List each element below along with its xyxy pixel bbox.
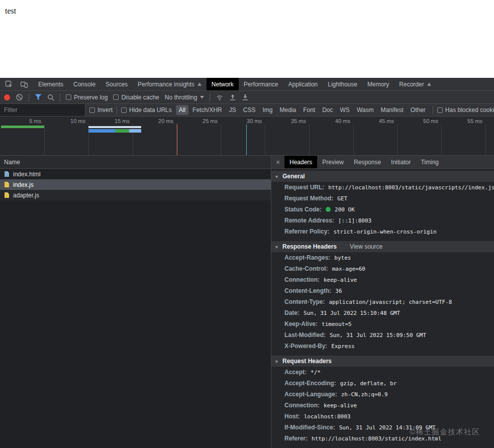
load-event-line — [177, 124, 177, 155]
tab-sources[interactable]: Sources — [101, 78, 133, 90]
column-header-label: Name — [4, 159, 20, 166]
request-name: index.html — [13, 171, 41, 178]
export-har-icon[interactable] — [242, 94, 249, 101]
request-row-adapter-js[interactable]: adapter.js — [0, 190, 271, 200]
timeline-gridline — [44, 124, 45, 155]
filter-chip-all[interactable]: All — [176, 105, 188, 115]
experiment-warning-icon — [427, 82, 431, 86]
time-label: 30 ms — [227, 118, 262, 124]
disclosure-triangle-icon — [275, 174, 281, 179]
header-name: Content-Type: — [284, 298, 325, 305]
headers-pane[interactable]: General Request URL: http://localhost:80… — [271, 169, 494, 448]
record-button[interactable] — [4, 94, 10, 100]
header-entry: Remote Address: [::1]:8003 — [271, 215, 494, 226]
tab-console[interactable]: Console — [68, 78, 101, 90]
toolbar-divider — [29, 93, 29, 101]
has-blocked-cookies-checkbox[interactable]: Has blocked cookies — [437, 106, 494, 114]
header-name: Status Code: — [284, 206, 322, 213]
filter-chip-fetch-xhr[interactable]: Fetch/XHR — [189, 105, 225, 115]
waterfall-bar-script-green — [115, 129, 129, 133]
tab-lighthouse[interactable]: Lighthouse — [323, 78, 362, 90]
tab-elements[interactable]: Elements — [33, 78, 68, 90]
filter-chip-manifest[interactable]: Manifest — [377, 105, 406, 115]
header-entry: Accept-Ranges: bytes — [271, 252, 494, 263]
checkbox-icon — [113, 94, 119, 100]
header-name: Request URL: — [284, 184, 324, 191]
filter-chip-js[interactable]: JS — [226, 105, 239, 115]
request-row-index-html[interactable]: index.html — [0, 169, 271, 179]
header-entry: Last-Modified: Sun, 31 Jul 2022 15:09:50… — [271, 329, 494, 341]
details-tab-headers[interactable]: Headers — [284, 156, 317, 168]
clear-button[interactable] — [16, 93, 23, 101]
filter-chip-wasm[interactable]: Wasm — [354, 105, 377, 115]
tab-label: Lighthouse — [328, 81, 357, 88]
time-label: 10 ms — [50, 118, 85, 124]
header-entry: Connection: keep-alive — [271, 400, 494, 411]
document-file-icon — [4, 171, 10, 177]
header-entry: Accept-Language: zh-CN,zh;q=0.9 — [271, 389, 494, 400]
header-entry: Content-Type: application/javascript; ch… — [271, 296, 494, 307]
header-name: If-Modified-Since: — [284, 424, 335, 431]
search-icon[interactable] — [47, 94, 54, 101]
network-conditions-icon[interactable] — [216, 94, 224, 101]
header-value: GET — [337, 195, 347, 202]
import-har-icon[interactable] — [229, 94, 236, 101]
request-row-index-js[interactable]: index.js — [0, 179, 271, 190]
details-tab-initiator[interactable]: Initiator — [386, 156, 416, 168]
header-entry: Host: localhost:8003 — [271, 411, 494, 422]
filter-chip-img[interactable]: Img — [259, 105, 275, 115]
header-value: */* — [311, 369, 321, 376]
header-entry: Connection: keep-alive — [271, 274, 494, 285]
hide-data-urls-checkbox[interactable]: Hide data URLs — [121, 106, 172, 114]
filter-chip-font[interactable]: Font — [300, 105, 318, 115]
timeline-gridline — [397, 124, 398, 155]
filter-input[interactable] — [0, 104, 85, 116]
tab-application[interactable]: Application — [283, 78, 323, 90]
disclosure-triangle-icon — [275, 359, 281, 364]
tab-performance-insights[interactable]: Performance insights — [133, 78, 207, 90]
filter-chip-other[interactable]: Other — [408, 105, 429, 115]
device-toolbar-icon[interactable] — [18, 78, 30, 90]
toolbar-divider — [210, 93, 210, 101]
tab-network[interactable]: Network — [207, 78, 239, 90]
checkbox-label: Hide data URLs — [129, 106, 172, 114]
header-name: Content-Length: — [284, 287, 331, 294]
general-section-header[interactable]: General — [271, 171, 494, 182]
checkbox-icon — [89, 107, 95, 113]
filterbar-divider — [433, 106, 433, 114]
name-column-header[interactable]: Name — [0, 156, 271, 169]
disable-cache-checkbox[interactable]: Disable cache — [113, 94, 159, 101]
section-title: Response Headers — [282, 243, 337, 250]
timeline-gridline — [441, 124, 442, 155]
time-label: 55 ms — [447, 118, 482, 124]
toolbar-divider — [60, 93, 60, 101]
network-overview-timeline[interactable]: 5 ms 10 ms 15 ms 20 ms 25 ms 30 ms 35 ms… — [0, 117, 494, 156]
response-headers-section-header[interactable]: Response Headers View source — [271, 241, 494, 252]
header-name: Accept-Language: — [284, 391, 337, 398]
network-content-split: Name index.html index.js adapter.js — [0, 156, 494, 448]
tab-memory[interactable]: Memory — [362, 78, 394, 90]
tab-performance[interactable]: Performance — [239, 78, 283, 90]
view-source-button[interactable]: View source — [350, 243, 382, 250]
script-file-icon — [4, 181, 10, 188]
inspect-element-icon[interactable] — [3, 78, 15, 90]
filter-chip-media[interactable]: Media — [276, 105, 299, 115]
details-tab-timing[interactable]: Timing — [416, 156, 444, 168]
details-tab-preview[interactable]: Preview — [317, 156, 349, 168]
header-entry: Cache-Control: max-age=60 — [271, 263, 494, 274]
filter-chip-css[interactable]: CSS — [240, 105, 259, 115]
waterfall-bar-document — [1, 126, 44, 128]
tab-recorder[interactable]: Recorder — [394, 78, 436, 90]
preserve-log-checkbox[interactable]: Preserve log — [66, 94, 108, 101]
close-icon[interactable] — [271, 156, 284, 168]
tab-label: Performance — [244, 81, 278, 88]
filter-chip-doc[interactable]: Doc — [319, 105, 336, 115]
time-label: 20 ms — [138, 118, 173, 124]
filter-icon[interactable] — [35, 94, 42, 100]
details-tab-response[interactable]: Response — [349, 156, 386, 168]
filter-chip-ws[interactable]: WS — [337, 105, 353, 115]
invert-checkbox[interactable]: Invert — [89, 106, 113, 114]
tab-label: Performance insights — [138, 81, 194, 88]
request-headers-section-header[interactable]: Request Headers — [271, 356, 494, 367]
throttling-dropdown[interactable]: No throttling — [165, 94, 205, 101]
